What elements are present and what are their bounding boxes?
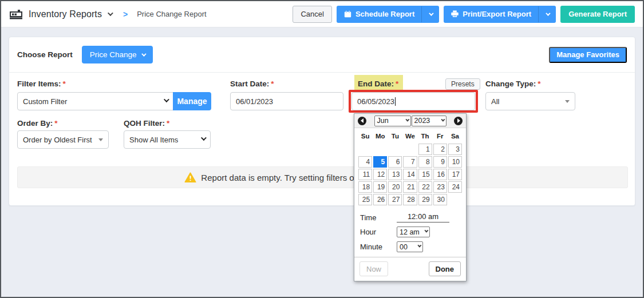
page-title: Inventory Reports (29, 9, 102, 19)
calendar-day[interactable]: 5 (373, 156, 387, 168)
end-date-input[interactable]: 06/05/2023 (351, 92, 475, 110)
start-date-input[interactable]: 06/01/2023 (230, 92, 343, 110)
report-type-dropdown[interactable]: Price Change (82, 46, 153, 63)
presets-button[interactable]: Presets (445, 78, 480, 90)
time-label: Time (360, 213, 397, 222)
filter-items-group: Custom Filter Manage (17, 92, 211, 110)
calendar-day[interactable]: 27 (388, 194, 402, 205)
time-input[interactable]: 12:00 am (397, 212, 449, 222)
calendar-day[interactable]: 26 (373, 194, 387, 205)
previous-month-button[interactable] (358, 117, 366, 125)
printer-icon (451, 10, 459, 18)
calendar-day[interactable]: 2 (433, 144, 447, 155)
hour-value: 12 am (400, 228, 420, 236)
minute-value: 00 (400, 243, 413, 251)
now-button[interactable]: Now (359, 261, 388, 276)
filter-items-value: Custom Filter (23, 97, 160, 106)
calendar-day[interactable]: 25 (358, 194, 372, 205)
hour-select[interactable]: 12 am (397, 227, 430, 237)
calendar-day[interactable]: 1 (418, 144, 432, 155)
empty-report-alert: Report data is empty. Try setting filter… (17, 166, 628, 188)
calendar-day[interactable]: 9 (433, 156, 447, 168)
calendar-day[interactable]: 16 (433, 169, 447, 180)
required-asterisk: * (538, 80, 540, 88)
schedule-report-button[interactable]: Schedule Report (337, 6, 439, 23)
qoh-filter-select[interactable]: Show All Items (124, 130, 211, 149)
print-export-report-label: Print/Export Report (463, 10, 531, 18)
calendar-day[interactable] (358, 144, 372, 155)
weekday-label: Mo (373, 133, 387, 140)
calendar-day[interactable] (448, 194, 462, 205)
next-month-button[interactable] (454, 117, 463, 125)
required-asterisk: * (396, 80, 398, 88)
calendar-day[interactable]: 20 (388, 181, 402, 193)
calendar-day[interactable]: 11 (358, 169, 372, 180)
warning-icon (184, 172, 196, 183)
year-select[interactable]: 2023 (412, 116, 447, 126)
chevron-down-icon[interactable] (108, 10, 113, 16)
right-arrow-icon (457, 118, 460, 123)
calendar-day[interactable]: 24 (448, 181, 462, 193)
calendar-day[interactable]: 18 (358, 181, 372, 193)
month-year-selects: Jun 2023 (368, 116, 452, 126)
calendar-day[interactable]: 3 (448, 144, 462, 155)
filter-items-select[interactable]: Custom Filter (17, 92, 173, 110)
required-asterisk: * (63, 80, 66, 88)
calendar-day[interactable]: 23 (433, 181, 447, 193)
dropdown-arrow-icon (98, 138, 103, 141)
inventory-reports-page: Inventory Reports > Price Change Report … (0, 0, 644, 298)
calendar-day[interactable]: 14 (403, 169, 417, 180)
calendar-day[interactable] (403, 144, 417, 155)
minute-row: Minute 00 (354, 239, 466, 253)
required-asterisk: * (271, 80, 274, 88)
calendar-day[interactable]: 8 (418, 156, 432, 168)
month-value: Jun (377, 117, 401, 125)
manage-filter-button[interactable]: Manage (173, 92, 211, 110)
month-select[interactable]: Jun (374, 116, 411, 126)
calendar-day[interactable]: 6 (388, 156, 402, 168)
hour-label: Hour (360, 228, 397, 236)
calendar-day[interactable]: 29 (418, 194, 432, 205)
filter-items-label: Filter Items:* (17, 80, 66, 88)
calendar-day[interactable]: 30 (433, 194, 447, 205)
weekday-label: Sa (448, 133, 462, 140)
calendar-day[interactable]: 13 (388, 169, 402, 180)
calendar-day[interactable]: 12 (373, 169, 387, 180)
chevron-down-icon (429, 11, 433, 15)
calendar-day[interactable]: 21 (403, 181, 417, 193)
breadcrumb-separator-icon: > (123, 10, 128, 19)
calendar-day[interactable] (373, 144, 387, 155)
minute-select[interactable]: 00 (397, 241, 423, 252)
dropdown-arrow-icon (565, 100, 570, 103)
order-by-select[interactable]: Order by Oldest First (17, 130, 109, 149)
datepicker-popup: Jun 2023 SuMoTuWeThFrSa 1234567891011121… (354, 113, 467, 281)
calendar-day[interactable]: 4 (358, 156, 372, 168)
change-type-select[interactable]: All (485, 92, 575, 110)
breadcrumb: Price Change Report (137, 10, 206, 18)
calendar-day[interactable]: 17 (448, 169, 462, 180)
calendar-day[interactable] (388, 144, 402, 155)
calendar-day[interactable]: 7 (403, 156, 417, 168)
start-date-value: 06/01/2023 (236, 97, 338, 106)
report-card: Choose Report Price Change Manage Favori… (9, 37, 635, 206)
required-asterisk: * (54, 119, 57, 128)
top-actions: Cancel Schedule Report (293, 6, 635, 23)
hour-row: Hour 12 am (354, 224, 466, 239)
print-export-dropdown-toggle[interactable] (538, 6, 555, 22)
order-by-label: Order By:* (17, 119, 58, 128)
generate-report-button[interactable]: Generate Report (560, 6, 635, 23)
manage-favorites-button[interactable]: Manage Favorites (549, 47, 627, 63)
datepicker-header: Jun 2023 (354, 114, 466, 128)
calendar-day[interactable]: 10 (448, 156, 462, 168)
calendar-day[interactable]: 28 (403, 194, 417, 205)
print-export-report-button[interactable]: Print/Export Report (444, 6, 556, 23)
weekday-label: We (403, 133, 417, 140)
calendar-day-grid: 1234567891011121314151617181920212223242… (354, 142, 466, 208)
calendar-day[interactable]: 22 (418, 181, 432, 193)
calendar-day[interactable]: 19 (373, 181, 387, 193)
done-button[interactable]: Done (429, 261, 461, 276)
schedule-report-label: Schedule Report (355, 10, 414, 18)
calendar-day[interactable]: 15 (418, 169, 432, 180)
schedule-report-dropdown-toggle[interactable] (421, 6, 438, 22)
cancel-button[interactable]: Cancel (293, 6, 331, 23)
